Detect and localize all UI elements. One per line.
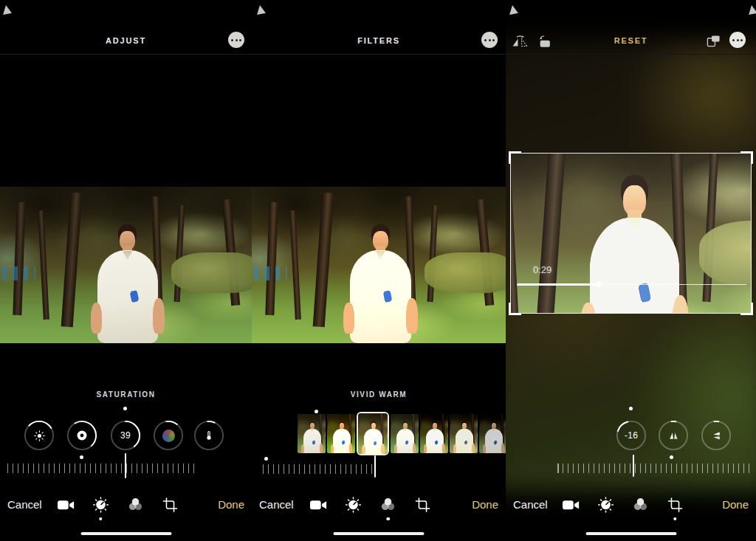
- filters-header: FILTERS: [252, 27, 506, 55]
- crop-rotate-icon: [415, 497, 431, 513]
- done-button[interactable]: Done: [218, 498, 244, 511]
- crop-handle-bottom-left[interactable]: [509, 303, 521, 315]
- ellipsis-icon: [732, 39, 743, 41]
- crop-handle-top-left[interactable]: [509, 151, 521, 164]
- modified-dial-dot: [670, 455, 673, 459]
- aspect-ratio-button[interactable]: [705, 33, 721, 49]
- cropped-video-view: 0:29: [511, 154, 751, 313]
- bottom-toolbar: Cancel Done: [506, 493, 756, 523]
- filter-thumb-vivid-warm[interactable]: [357, 412, 389, 455]
- selected-tool-dot: [99, 517, 103, 521]
- adjust-dial-icon: [92, 497, 109, 513]
- video-timestamp: 0:29: [533, 264, 551, 275]
- straighten-dial[interactable]: -16: [616, 420, 647, 451]
- adjust-tab[interactable]: [92, 496, 109, 514]
- selected-dial-dot: [629, 407, 633, 410]
- corner-artifact-icon: [1, 4, 12, 15]
- modified-dial-dot: [80, 455, 83, 459]
- video-frame-image: [252, 187, 506, 343]
- filters-tab[interactable]: [631, 496, 649, 514]
- filter-thumb-vivid[interactable]: [327, 414, 355, 453]
- slider-indicator: [633, 455, 634, 477]
- filter-thumb-original[interactable]: [298, 414, 326, 453]
- adjust-header: ADJUST: [0, 27, 252, 55]
- page-title: FILTERS: [252, 36, 506, 45]
- crop-tab[interactable]: [414, 496, 432, 514]
- corner-artifact-icon: [255, 4, 266, 15]
- exposure-icon: [24, 420, 55, 451]
- horizontal-perspective-icon: [701, 420, 732, 451]
- video-preview: [0, 187, 252, 343]
- filter-thumb-dramatic[interactable]: [420, 414, 448, 453]
- saturation-slider[interactable]: [7, 464, 194, 473]
- crop-screen: RESET 0:29 -16: [506, 0, 756, 541]
- adjust-dial-icon: [346, 497, 362, 513]
- bottom-toolbar: Cancel Done: [0, 493, 252, 523]
- filters-tab[interactable]: [379, 496, 397, 514]
- video-tab[interactable]: [57, 496, 75, 514]
- color-dial[interactable]: [153, 420, 184, 451]
- more-options-button[interactable]: [228, 32, 244, 48]
- filters-screen: FILTERS VIVID WARM: [252, 0, 506, 541]
- slider-indicator: [125, 453, 126, 478]
- home-indicator[interactable]: [80, 532, 171, 536]
- video-tab[interactable]: [562, 496, 580, 514]
- video-tab[interactable]: [310, 496, 328, 514]
- video-scrubber-track[interactable]: [517, 283, 598, 286]
- more-options-button[interactable]: [481, 32, 498, 48]
- selected-filter-label: VIVID WARM: [252, 390, 506, 399]
- page-title: ADJUST: [0, 36, 252, 45]
- cancel-button[interactable]: Cancel: [513, 498, 548, 511]
- corner-artifact-icon: [508, 4, 518, 15]
- slider-indicator: [374, 455, 376, 478]
- warmth-dial[interactable]: [193, 420, 224, 451]
- vertical-perspective-icon: [658, 420, 689, 451]
- aspect-ratio-icon: [706, 34, 721, 48]
- filter-strip: [298, 410, 506, 456]
- horizontal-perspective-dial[interactable]: [701, 420, 732, 451]
- brilliance-dial[interactable]: [66, 420, 97, 451]
- cancel-button[interactable]: Cancel: [259, 498, 294, 511]
- filter-intensity-slider[interactable]: [263, 464, 375, 474]
- slider-origin-dot: [264, 457, 268, 461]
- video-scrubber-track-right[interactable]: [601, 284, 746, 286]
- saturation-dial[interactable]: 39: [110, 420, 141, 451]
- crop-handle-top-right[interactable]: [740, 151, 753, 164]
- straighten-value: -16: [616, 420, 647, 451]
- filter-thumb-dramatic-cool[interactable]: [479, 414, 506, 453]
- adjust-tab[interactable]: [597, 496, 614, 514]
- warmth-icon: [193, 420, 224, 451]
- crop-tab[interactable]: [161, 496, 179, 514]
- filter-thumb-vivid-cool[interactable]: [391, 414, 419, 453]
- filters-icon: [127, 497, 143, 513]
- video-camera-icon: [57, 499, 75, 511]
- more-options-button[interactable]: [729, 32, 746, 48]
- color-icon: [153, 420, 184, 451]
- adjust-control-label: SATURATION: [0, 390, 252, 399]
- playhead-handle[interactable]: [596, 281, 602, 287]
- exposure-dial[interactable]: [24, 420, 55, 451]
- crop-rotate-icon: [667, 497, 683, 513]
- home-indicator[interactable]: [334, 532, 425, 536]
- brilliance-icon: [66, 420, 97, 451]
- adjust-tab[interactable]: [345, 496, 362, 514]
- straighten-slider[interactable]: [557, 464, 749, 473]
- done-button[interactable]: Done: [472, 498, 498, 511]
- selected-tool-dot: [673, 517, 677, 521]
- adjust-screen: ADJUST SATURATION: [0, 0, 252, 541]
- filters-tab[interactable]: [126, 496, 144, 514]
- cancel-button[interactable]: Cancel: [7, 498, 42, 511]
- corner-artifact-icon: [747, 4, 756, 15]
- crop-tab[interactable]: [666, 496, 684, 514]
- filter-thumb-dramatic-warm[interactable]: [450, 414, 478, 453]
- filters-icon: [380, 497, 396, 513]
- crop-handle-bottom-right[interactable]: [740, 303, 753, 315]
- video-camera-icon: [562, 499, 580, 511]
- home-indicator[interactable]: [585, 532, 676, 536]
- ellipsis-icon: [484, 39, 495, 41]
- vertical-perspective-dial[interactable]: [658, 420, 689, 451]
- video-frame-image: [0, 187, 252, 343]
- done-button[interactable]: Done: [722, 498, 749, 511]
- video-camera-icon: [310, 499, 328, 511]
- crop-frame[interactable]: 0:29: [510, 153, 752, 314]
